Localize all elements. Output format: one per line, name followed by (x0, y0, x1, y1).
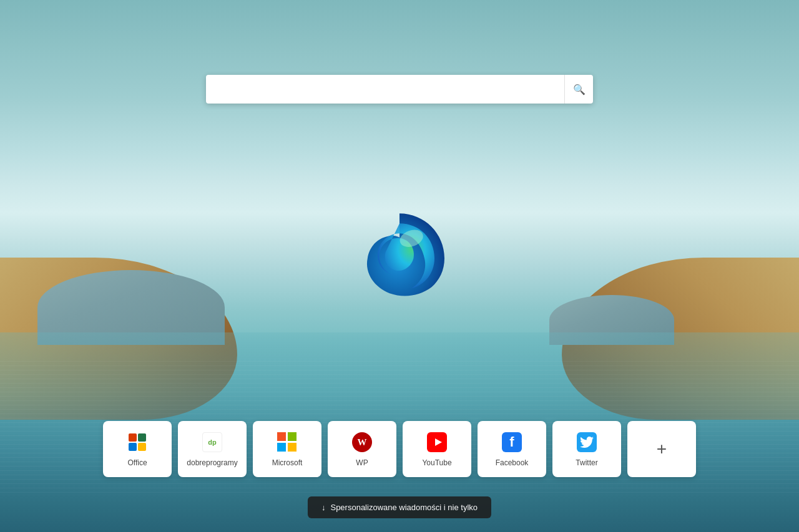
edge-logo (350, 208, 449, 308)
notification-arrow: ↓ (321, 503, 326, 512)
office-label: Office (127, 458, 147, 467)
svg-rect-1 (129, 433, 137, 442)
quick-link-microsoft[interactable]: Microsoft (253, 421, 321, 477)
youtube-label: YouTube (422, 458, 451, 467)
wp-icon: W (351, 431, 373, 453)
quick-links: Office dp dobreprogramy Microsoft W WP (103, 421, 696, 477)
search-input[interactable] (206, 75, 564, 104)
notification-text: Spersonalizowane wiadomości i nie tylko (330, 503, 478, 512)
quick-link-twitter[interactable]: Twitter (552, 421, 621, 477)
office-icon (126, 431, 149, 453)
wp-label: WP (356, 458, 368, 467)
search-container: 🔍 (206, 75, 593, 104)
search-button[interactable]: 🔍 (564, 75, 593, 104)
quick-link-office[interactable]: Office (103, 421, 172, 477)
quick-link-add[interactable]: + (627, 421, 696, 477)
add-icon: + (652, 439, 672, 459)
edge-logo-container (350, 208, 449, 308)
quick-link-facebook[interactable]: f Facebook (478, 421, 546, 477)
twitter-label: Twitter (576, 458, 597, 467)
microsoft-label: Microsoft (272, 458, 303, 467)
search-bar: 🔍 (206, 75, 593, 104)
youtube-icon (426, 431, 448, 453)
facebook-label: Facebook (496, 458, 529, 467)
search-icon: 🔍 (573, 84, 586, 95)
dobreprogramy-label: dobreprogramy (187, 458, 237, 467)
facebook-icon: f (501, 431, 523, 453)
svg-rect-3 (129, 443, 137, 451)
microsoft-icon (276, 431, 298, 453)
svg-rect-4 (138, 443, 146, 451)
quick-link-wp[interactable]: W WP (328, 421, 396, 477)
quick-link-dobreprogramy[interactable]: dp dobreprogramy (178, 421, 247, 477)
twitter-icon (576, 431, 598, 453)
svg-rect-2 (138, 433, 146, 442)
notification-bar[interactable]: ↓ Spersonalizowane wiadomości i nie tylk… (308, 496, 491, 518)
quick-link-youtube[interactable]: YouTube (403, 421, 471, 477)
dp-icon: dp (201, 431, 223, 453)
